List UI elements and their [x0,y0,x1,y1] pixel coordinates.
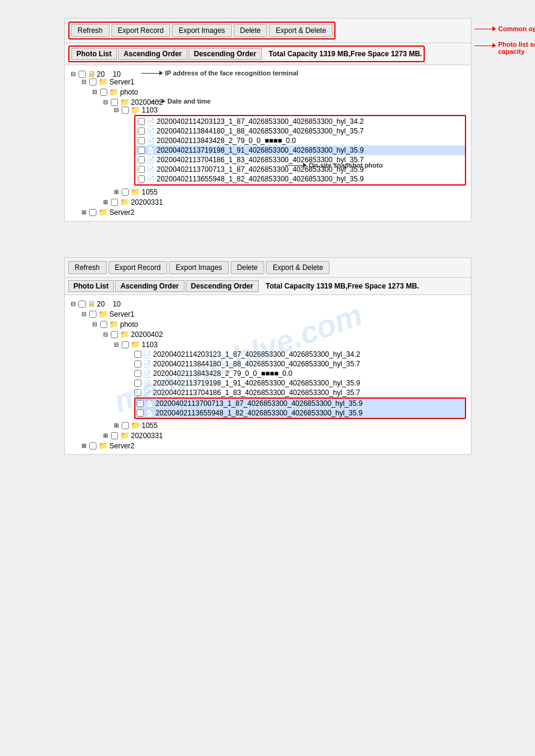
ascending-tab-bottom[interactable]: Ascending Order [115,280,184,292]
server2-label[interactable]: Server2 [110,208,135,217]
folder20200331-label[interactable]: 20200331 [131,198,163,207]
descending-tab-top[interactable]: Descending Order [189,48,262,60]
server1-label[interactable]: Server1 [110,78,135,86]
export-record-button-top[interactable]: Export Record [111,24,171,37]
server1-toggle-bottom[interactable]: ⊟ [80,311,87,317]
descending-tab-bottom[interactable]: Descending Order [186,280,259,292]
photo-list-tab-top[interactable]: Photo List [71,48,117,60]
server1-item-bottom[interactable]: ⊟ 📁 Server1 [80,309,466,319]
file-6-label-bottom[interactable]: 20200402113655948_1_82_4026853300_402685… [156,409,363,417]
file-3-checkbox-top[interactable] [138,147,145,154]
server2-toggle-bottom[interactable]: ⊞ [80,442,87,449]
photo-toggle-bottom[interactable]: ⊟ [91,321,98,327]
file-row-5-bottom[interactable]: 📄 20200402113700713_1_87_4026853300_4026… [135,399,465,408]
file-row-4-bottom[interactable]: 📄 20200402113704186_1_83_4026853300_4026… [134,388,466,397]
date-item-bottom[interactable]: ⊟ 📁 20200402 [102,329,466,339]
server2-item-bottom[interactable]: ⊞ 📁 Server2 [80,441,466,451]
folder1103-item[interactable]: ⊟ 📁 1103 [113,105,466,115]
export-delete-button-top[interactable]: Export & Delete [269,24,333,37]
server1-item[interactable]: ⊟ 📁 Server1 [80,77,466,87]
file-4-checkbox-bottom[interactable] [134,389,141,396]
file-0-checkbox-top[interactable] [138,118,145,125]
file-row-1-bottom[interactable]: 📄 20200402113844180_1_88_4026853300_4026… [134,359,466,369]
folder1055-item[interactable]: ⊞ 📁 1055 [113,187,466,197]
photo-item[interactable]: ⊟ 📁 photo [91,87,466,97]
folder1103-item-bottom[interactable]: ⊟ 📁 1103 [113,339,466,350]
file-row-2-bottom[interactable]: 📄 20200402113843428_2_79_0_0_■■■■_0.0 [134,369,466,378]
server1-label-bottom[interactable]: Server1 [110,310,135,318]
file-row-6-bottom[interactable]: 📄 20200402113655948_1_82_4026853300_4026… [135,408,465,418]
folder1103-label[interactable]: 1103 [142,106,158,114]
folder1103-toggle-bottom[interactable]: ⊟ [113,341,120,348]
photo-toggle[interactable]: ⊟ [91,89,98,95]
export-images-button-top[interactable]: Export Images [172,24,231,37]
file-5-checkbox-bottom[interactable] [137,400,144,407]
file-5-checkbox-top[interactable] [138,166,145,173]
photo-checkbox[interactable] [100,89,107,96]
photo-label[interactable]: photo [120,88,138,96]
file-2-checkbox-top[interactable] [138,137,145,144]
date-checkbox[interactable] [111,99,118,106]
file-3-label-top[interactable]: 20200402113719198_1_91_4026853300_402685… [157,146,364,154]
server1-toggle[interactable]: ⊟ [80,78,87,85]
root-item-bottom[interactable]: ⊟ 🖥 20 10 [69,299,466,309]
folder1103-label-bottom[interactable]: 1103 [142,341,158,349]
root-checkbox-bottom[interactable] [78,300,86,308]
server2-label-bottom[interactable]: Server2 [110,442,135,450]
server1-checkbox[interactable] [89,78,96,86]
folder20200331-checkbox[interactable] [111,199,118,206]
file-1-label-bottom[interactable]: 20200402113844180_1_88_4026853300_402685… [153,360,361,368]
folder1055-toggle-bottom[interactable]: ⊞ [113,422,120,429]
file-row-3-bottom[interactable]: 📄 20200402113719198_1_91_4026853300_4026… [134,378,466,388]
file-6-checkbox-bottom[interactable] [137,409,144,417]
date-toggle[interactable]: ⊟ [102,99,109,105]
file-3-checkbox-bottom[interactable] [134,379,141,387]
refresh-button-bottom[interactable]: Refresh [68,261,107,274]
folder1103-checkbox-bottom[interactable] [122,341,129,348]
ascending-tab-top[interactable]: Ascending Order [118,48,187,60]
export-images-button-bottom[interactable]: Export Images [169,261,228,274]
file-4-label-bottom[interactable]: 20200402113704186_1_83_4026853300_402685… [153,388,361,397]
file-5-label-bottom[interactable]: 20200402113700713_1_87_4026853300_402685… [156,399,363,408]
export-record-button-bottom[interactable]: Export Record [108,261,168,274]
file-row-2-top[interactable]: 📄 20200402113843428_2_79_0_0_■■■■_0.0 [135,136,465,145]
file-3-label-bottom[interactable]: 20200402113719198_1_91_4026853300_402685… [153,379,361,387]
file-row-0-top[interactable]: 📄 20200402114203123_1_87_4026853300_4026… [135,117,465,126]
folder20200331-toggle-bottom[interactable]: ⊞ [102,432,109,439]
folder20200331-checkbox-bottom[interactable] [111,432,118,439]
folder1055-item-bottom[interactable]: ⊞ 📁 1055 [113,420,466,430]
file-0-checkbox-bottom[interactable] [134,351,141,358]
folder1055-checkbox[interactable] [122,189,129,196]
file-6-label-top[interactable]: 20200402113655948_1_82_4026853300_402685… [157,175,364,183]
server2-checkbox[interactable] [89,209,96,216]
photo-checkbox-bottom[interactable] [100,321,107,328]
folder1055-label-bottom[interactable]: 1055 [142,421,158,430]
file-row-1-top[interactable]: 📄 20200402113844180_1_88_4026853300_4026… [135,126,465,136]
folder20200331-item-bottom[interactable]: ⊞ 📁 20200331 [102,430,466,441]
folder1055-label[interactable]: 1055 [142,188,158,196]
file-0-label-top[interactable]: 20200402114203123_1_87_4026853300_402685… [157,117,364,126]
server2-checkbox-bottom[interactable] [89,442,96,450]
delete-button-top[interactable]: Delete [234,24,268,37]
photo-list-tab-bottom[interactable]: Photo List [68,280,114,292]
folder1055-toggle[interactable]: ⊞ [113,189,120,195]
root-label-bottom[interactable]: 20 10 [97,300,121,308]
folder1103-toggle[interactable]: ⊟ [113,107,120,113]
date-toggle-bottom[interactable]: ⊟ [102,331,109,338]
photo-item-bottom[interactable]: ⊟ 📁 photo [91,319,466,329]
folder1055-checkbox-bottom[interactable] [122,422,129,429]
root-checkbox[interactable] [78,71,86,78]
refresh-button-top[interactable]: Refresh [71,24,110,37]
photo-label-bottom[interactable]: photo [120,320,138,329]
file-0-label-bottom[interactable]: 20200402114203123_1_87_4026853300_402685… [153,350,361,359]
server2-toggle[interactable]: ⊞ [80,209,87,215]
file-row-0-bottom[interactable]: 📄 20200402114203123_1_87_4026853300_4026… [134,350,466,359]
file-6-checkbox-top[interactable] [138,175,145,183]
file-row-3-top[interactable]: 📄 20200402113719198_1_91_4026853300_4026… [135,145,465,155]
file-4-checkbox-top[interactable] [138,156,145,163]
file-1-checkbox-bottom[interactable] [134,360,141,368]
root-toggle-bottom[interactable]: ⊟ [69,300,77,307]
export-delete-button-bottom[interactable]: Export & Delete [266,261,330,274]
folder20200331-item[interactable]: ⊞ 📁 20200331 [102,197,466,207]
server1-checkbox-bottom[interactable] [89,311,96,318]
